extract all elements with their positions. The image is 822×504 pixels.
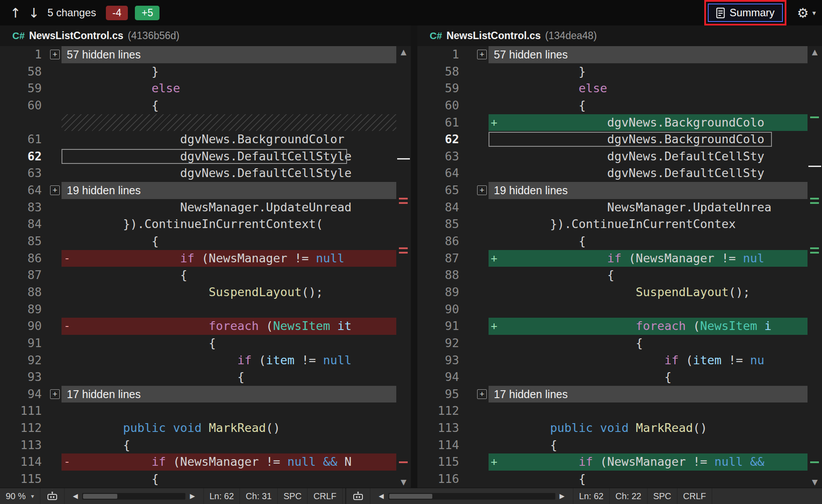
fold-gutter (459, 453, 489, 471)
pane-divider[interactable] (411, 25, 417, 488)
fold-gutter (42, 318, 62, 335)
code-line[interactable]: { (62, 437, 411, 454)
hidden-region-bar[interactable]: 19 hidden lines (62, 182, 411, 199)
fold-expand-icon[interactable]: + (50, 185, 60, 195)
line-number: 63 (0, 165, 42, 182)
scroll-right-icon[interactable]: ▶ (557, 492, 568, 500)
scroll-down-icon[interactable]: ▼ (396, 478, 411, 486)
code-line[interactable]: + if (NewsManager != null && (489, 453, 822, 471)
code-line[interactable]: dgvNews.BackgroundColo (489, 131, 822, 148)
code-line[interactable]: { (62, 97, 411, 114)
code-line[interactable] (62, 114, 411, 131)
hscroll-track[interactable] (82, 493, 185, 500)
code-line[interactable]: dgvNews.DefaultCellSty (489, 165, 822, 182)
original-scrollbar[interactable]: ▲ ▼ (396, 46, 411, 488)
hidden-region-bar[interactable]: 17 hidden lines (62, 386, 411, 403)
gear-icon: ⚙ (797, 5, 809, 21)
fold-expand-icon[interactable]: + (50, 50, 60, 59)
summary-button[interactable]: Summary (708, 4, 783, 22)
code-line[interactable]: { (489, 335, 822, 352)
fold-expand-icon[interactable]: + (477, 50, 487, 59)
code-line[interactable]: - foreach (NewsItem it (62, 318, 411, 335)
scroll-left-icon[interactable]: ◀ (376, 492, 387, 500)
hscroll-thumb[interactable] (389, 494, 432, 499)
code-line[interactable]: else (62, 80, 411, 97)
code-row: 93 if (item != nu (417, 352, 822, 369)
code-line[interactable]: { (62, 335, 411, 352)
hscroll-track[interactable] (388, 493, 555, 500)
code-line[interactable]: { (489, 97, 822, 114)
code-line[interactable]: + dgvNews.BackgroundColo (489, 114, 822, 131)
code-line[interactable]: if (item != null (62, 352, 411, 369)
code-line[interactable]: + if (NewsManager != nul (489, 250, 822, 267)
horizontal-scrollbar[interactable]: ◀ ▶ (65, 488, 204, 504)
code-line[interactable]: else (489, 80, 822, 97)
fold-expand-icon[interactable]: + (50, 389, 60, 399)
fold-gutter: + (42, 182, 62, 199)
code-line[interactable]: { (489, 437, 822, 454)
code-row: 63 dgvNews.DefaultCellStyle (0, 165, 411, 182)
fold-gutter (459, 402, 489, 420)
fold-expand-icon[interactable]: + (477, 389, 487, 399)
code-line[interactable]: { (489, 471, 822, 488)
hidden-region-row: 64+19 hidden lines (0, 182, 411, 199)
code-line[interactable]: dgvNews.DefaultCellSty (489, 148, 822, 165)
diff-window: ↑ ↓ 5 changes -4 +5 Summary ⚙ ▾ (0, 0, 822, 504)
scroll-up-icon[interactable]: ▲ (396, 47, 411, 56)
settings-button[interactable]: ⚙ (797, 5, 809, 21)
deleted-line-marker: - (64, 318, 70, 335)
code-line[interactable]: - if (NewsManager != null && N (62, 453, 411, 471)
hidden-region-bar[interactable]: 19 hidden lines (489, 182, 822, 199)
fold-expand-icon[interactable]: + (477, 185, 487, 195)
code-row: 58 } (417, 63, 822, 80)
code-line[interactable]: { (489, 233, 822, 250)
code-line[interactable]: SuspendLayout(); (62, 284, 411, 301)
code-line[interactable]: public void MarkRead() (62, 420, 411, 437)
code-line[interactable]: NewsManager.UpdateUnread (62, 199, 411, 216)
hidden-region-bar[interactable]: 17 hidden lines (489, 386, 822, 403)
code-line[interactable]: NewsManager.UpdateUnrea (489, 199, 822, 216)
code-line[interactable] (489, 402, 822, 420)
code-line[interactable]: public void MarkRead() (489, 420, 822, 437)
code-line[interactable]: { (489, 267, 822, 284)
scroll-down-icon[interactable]: ▼ (808, 478, 822, 486)
code-line[interactable]: }).ContinueInCurrentContext( (62, 216, 411, 233)
scroll-right-icon[interactable]: ▶ (187, 492, 198, 500)
code-row: 62 dgvNews.DefaultCellStyle (0, 148, 411, 165)
zoom-select[interactable]: 90 % ▾ (0, 488, 40, 504)
modified-editor[interactable]: 1+57 hidden lines58 }59 else60 {61+ dgvN… (417, 46, 822, 488)
code-line[interactable]: dgvNews.DefaultCellStyle (62, 148, 411, 165)
previous-change-button[interactable]: ↑ (6, 5, 25, 21)
copilot-button[interactable] (346, 488, 370, 504)
scroll-left-icon[interactable]: ◀ (70, 492, 81, 500)
modified-scrollbar[interactable]: ▲ ▼ (808, 46, 822, 488)
code-line[interactable]: dgvNews.BackgroundColor (62, 131, 411, 148)
code-line[interactable]: dgvNews.DefaultCellStyle (62, 165, 411, 182)
code-line[interactable]: { (62, 267, 411, 284)
horizontal-scrollbar[interactable]: ◀ ▶ (370, 488, 573, 504)
settings-dropdown-button[interactable]: ▾ (812, 9, 816, 17)
code-line[interactable]: - if (NewsManager != null (62, 250, 411, 267)
copilot-button[interactable] (40, 488, 65, 504)
code-line[interactable]: } (489, 63, 822, 80)
hidden-region-bar[interactable]: 57 hidden lines (62, 46, 411, 63)
code-line[interactable]: }).ContinueInCurrentContex (489, 216, 822, 233)
original-editor[interactable]: 1+57 hidden lines58 }59 else60 {61 dgvNe… (0, 46, 411, 488)
code-line[interactable] (489, 301, 822, 318)
code-line[interactable]: { (489, 369, 822, 386)
code-line[interactable]: SuspendLayout(); (489, 284, 822, 301)
next-change-button[interactable]: ↓ (25, 5, 43, 21)
code-line[interactable]: } (62, 63, 411, 80)
code-line[interactable]: { (62, 233, 411, 250)
code-line[interactable] (62, 301, 411, 318)
scroll-up-icon[interactable]: ▲ (808, 47, 822, 56)
code-line[interactable] (62, 402, 411, 420)
code-line[interactable]: if (item != nu (489, 352, 822, 369)
code-line[interactable]: + foreach (NewsItem i (489, 318, 822, 335)
fold-gutter (459, 369, 489, 386)
hidden-region-row: 1+57 hidden lines (0, 46, 411, 63)
hscroll-thumb[interactable] (83, 494, 117, 499)
code-line[interactable]: { (62, 369, 411, 386)
hidden-region-bar[interactable]: 57 hidden lines (489, 46, 822, 63)
code-line[interactable]: { (62, 471, 411, 488)
